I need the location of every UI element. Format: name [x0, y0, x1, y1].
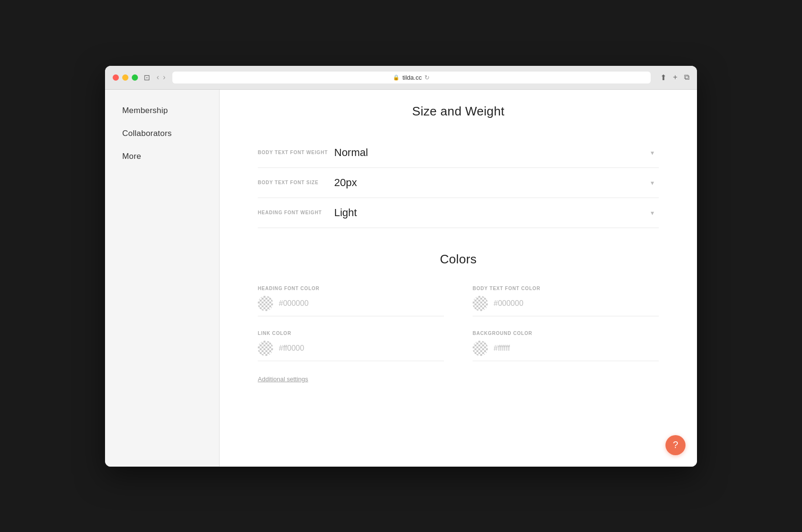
body-text-font-size-row: BODY TEXT FONT SIZE 20px ▾ — [258, 168, 659, 198]
traffic-light-minimize[interactable] — [122, 74, 128, 81]
body-text-font-color-field: BODY TEXT FONT COLOR #000000 — [473, 286, 659, 316]
body-text-font-weight-dropdown-icon[interactable]: ▾ — [651, 149, 654, 156]
body-text-font-color-swatch[interactable] — [473, 296, 488, 311]
traffic-lights — [113, 74, 138, 81]
nav-arrows: ‹ › — [156, 73, 167, 82]
sidebar-item-membership[interactable]: Membership — [105, 99, 219, 122]
additional-settings-link[interactable]: Additional settings — [258, 376, 659, 383]
sidebar-item-collaborators[interactable]: Collaborators — [105, 122, 219, 145]
body-text-font-size-value: 20px — [334, 177, 357, 189]
body-text-font-weight-label: BODY TEXT FONT WEIGHT — [258, 149, 334, 156]
background-color-value: #ffffff — [494, 344, 510, 353]
colors-grid: HEADING FONT COLOR #000000 BODY TEXT FON… — [258, 286, 659, 361]
new-tab-icon[interactable]: + — [673, 73, 677, 82]
back-arrow-icon[interactable]: ‹ — [156, 73, 160, 82]
size-weight-section: Size and Weight BODY TEXT FONT WEIGHT No… — [258, 104, 659, 228]
heading-font-weight-value: Light — [334, 207, 357, 219]
address-bar[interactable]: 🔒 tilda.cc ↻ — [172, 72, 651, 83]
colors-title: Colors — [258, 252, 659, 267]
size-weight-title: Size and Weight — [258, 104, 659, 119]
background-color-input[interactable]: #ffffff — [473, 341, 659, 361]
main-content: Size and Weight BODY TEXT FONT WEIGHT No… — [220, 90, 697, 467]
link-color-value: #ff0000 — [279, 344, 304, 353]
heading-font-color-value: #000000 — [279, 299, 308, 308]
browser-window: ⊡ ‹ › 🔒 tilda.cc ↻ ⬆ + ⧉ Membership Coll… — [105, 66, 697, 467]
link-color-label: LINK COLOR — [258, 331, 444, 336]
body-text-font-color-input[interactable]: #000000 — [473, 296, 659, 316]
browser-chrome: ⊡ ‹ › 🔒 tilda.cc ↻ ⬆ + ⧉ — [105, 66, 697, 90]
link-color-input[interactable]: #ff0000 — [258, 341, 444, 361]
heading-font-weight-row: HEADING FONT WEIGHT Light ▾ — [258, 198, 659, 228]
heading-font-weight-label: HEADING FONT WEIGHT — [258, 209, 334, 216]
body-text-font-color-value: #000000 — [494, 299, 523, 308]
help-button[interactable]: ? — [665, 435, 686, 455]
body-text-font-size-dropdown-icon[interactable]: ▾ — [651, 179, 654, 187]
background-color-swatch[interactable] — [473, 341, 488, 356]
sidebar: Membership Collaborators More — [105, 90, 220, 467]
heading-font-color-input[interactable]: #000000 — [258, 296, 444, 316]
lock-icon: 🔒 — [393, 74, 400, 81]
traffic-light-close[interactable] — [113, 74, 119, 81]
heading-font-weight-control[interactable]: Light ▾ — [334, 207, 659, 219]
colors-section: Colors HEADING FONT COLOR #000000 BODY T… — [258, 252, 659, 383]
sidebar-item-more[interactable]: More — [105, 145, 219, 168]
background-color-field: BACKGROUND COLOR #ffffff — [473, 331, 659, 361]
body-text-font-weight-control[interactable]: Normal ▾ — [334, 146, 659, 159]
browser-content: Membership Collaborators More Size and W… — [105, 90, 697, 467]
forward-arrow-icon[interactable]: › — [162, 73, 166, 82]
browser-actions: ⬆ + ⧉ — [660, 73, 689, 82]
url-text: tilda.cc — [402, 74, 422, 81]
link-color-swatch[interactable] — [258, 341, 273, 356]
sidebar-toggle-icon[interactable]: ⊡ — [144, 73, 150, 82]
heading-font-color-label: HEADING FONT COLOR — [258, 286, 444, 291]
share-icon[interactable]: ⬆ — [660, 73, 666, 82]
body-text-font-weight-row: BODY TEXT FONT WEIGHT Normal ▾ — [258, 138, 659, 168]
body-text-font-weight-value: Normal — [334, 146, 368, 159]
heading-font-weight-dropdown-icon[interactable]: ▾ — [651, 209, 654, 217]
body-text-font-color-label: BODY TEXT FONT COLOR — [473, 286, 659, 291]
body-text-font-size-label: BODY TEXT FONT SIZE — [258, 179, 334, 186]
body-text-font-size-control[interactable]: 20px ▾ — [334, 177, 659, 189]
link-color-field: LINK COLOR #ff0000 — [258, 331, 444, 361]
heading-font-color-swatch[interactable] — [258, 296, 273, 311]
tab-overview-icon[interactable]: ⧉ — [684, 73, 689, 82]
traffic-light-maximize[interactable] — [132, 74, 138, 81]
background-color-label: BACKGROUND COLOR — [473, 331, 659, 336]
heading-font-color-field: HEADING FONT COLOR #000000 — [258, 286, 444, 316]
reload-icon[interactable]: ↻ — [424, 74, 430, 81]
